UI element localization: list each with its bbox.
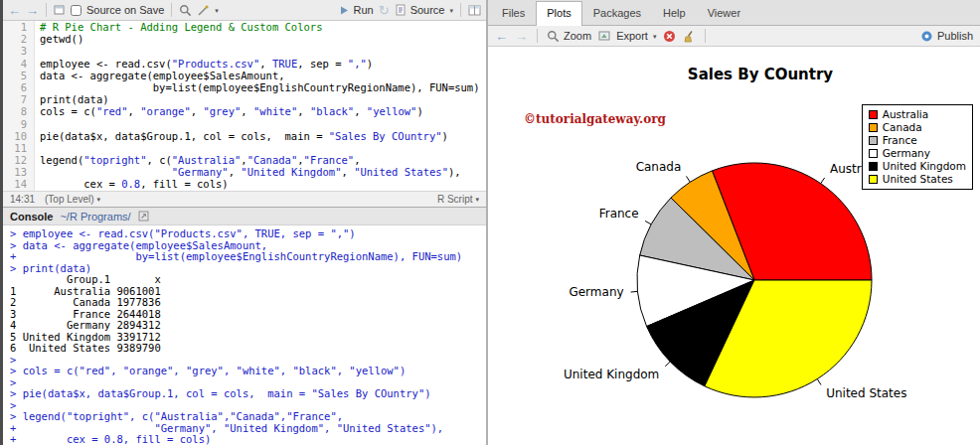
publish-button[interactable]: Publish xyxy=(920,30,973,43)
legend-label: France xyxy=(883,135,917,146)
previous-plot-icon[interactable]: ← xyxy=(495,30,508,43)
source-editor[interactable]: 1# R Pie Chart - Adding Legend & Custom … xyxy=(3,21,486,191)
toolbar-separator xyxy=(171,3,172,17)
legend-entry: United States xyxy=(869,174,966,185)
legend-swatch xyxy=(869,123,878,132)
editor-line[interactable]: 3 xyxy=(3,45,486,57)
editor-line[interactable]: 5data <- aggregate(employee$SalesAmount, xyxy=(3,70,486,81)
forward-icon[interactable]: → xyxy=(26,4,39,17)
console-output[interactable]: > employee <- read.csv("Products.csv", T… xyxy=(3,225,486,445)
line-number: 8 xyxy=(3,105,35,117)
find-replace-icon[interactable] xyxy=(179,4,192,17)
line-number: 3 xyxy=(3,45,35,57)
zoom-label: Zoom xyxy=(564,30,591,42)
tab-packages[interactable]: Packages xyxy=(582,1,652,25)
console-line: > employee <- read.csv("Products.csv", T… xyxy=(10,228,486,240)
line-number: 10 xyxy=(3,130,35,142)
open-new-window-icon[interactable] xyxy=(54,4,66,16)
pie-label: Germany xyxy=(569,285,623,299)
console-tab[interactable]: Console xyxy=(10,211,53,222)
export-button[interactable]: Export ▾ xyxy=(598,30,656,42)
editor-line[interactable]: 1# R Pie Chart - Adding Legend & Custom … xyxy=(3,21,486,33)
back-icon[interactable]: ← xyxy=(8,4,21,17)
line-number: 4 xyxy=(3,58,35,70)
code-text: by=list(employee$EnglishCountryRegionNam… xyxy=(35,81,480,93)
line-number: 7 xyxy=(3,93,35,105)
scope-selector[interactable]: (Top Level) ▾ xyxy=(45,194,100,205)
run-label: Run xyxy=(354,4,374,16)
code-text xyxy=(35,45,40,57)
pane-layout-icon[interactable] xyxy=(468,5,481,16)
publish-icon xyxy=(920,30,933,43)
console-line: > pie(data$x, data$Group.1, col = cols, … xyxy=(10,388,486,400)
code-text: pie(data$x, data$Group.1, col = cols, ma… xyxy=(35,130,448,142)
pie-label-tick xyxy=(821,178,825,184)
editor-line[interactable]: 10pie(data$x, data$Group.1, col = cols, … xyxy=(3,130,486,142)
pie-label: United Kingdom xyxy=(564,368,659,381)
rerun-icon[interactable]: ↻ xyxy=(379,4,390,17)
code-tools-button[interactable]: ▾ xyxy=(197,4,219,17)
legend-entry: Australia xyxy=(869,109,966,120)
magic-wand-icon xyxy=(197,4,210,17)
tab-plots[interactable]: Plots xyxy=(536,1,581,26)
pie-label-tick xyxy=(817,379,821,385)
pie-label: France xyxy=(599,207,639,221)
editor-line[interactable]: 7print(data) xyxy=(3,93,486,105)
editor-line[interactable]: 8cols = c("red", "orange", "grey", "whit… xyxy=(3,105,486,117)
editor-line[interactable]: 4employee <- read.csv("Products.csv", TR… xyxy=(3,58,486,70)
console-popout-icon[interactable] xyxy=(138,211,149,222)
legend-entry: France xyxy=(869,135,966,146)
zoom-button[interactable]: Zoom xyxy=(547,30,591,43)
clear-plots-icon[interactable] xyxy=(683,30,696,43)
console-line: 6 United States 9389790 xyxy=(10,343,486,355)
source-label: Source xyxy=(410,4,445,16)
console-line: + by=list(employee$EnglishCountryRegionN… xyxy=(10,251,486,263)
line-number: 14 xyxy=(3,178,35,190)
zoom-icon xyxy=(547,30,560,43)
caret-down-icon: ▾ xyxy=(449,7,453,14)
remove-plot-icon[interactable] xyxy=(663,30,676,43)
source-file-icon xyxy=(395,4,407,16)
line-number: 6 xyxy=(3,81,35,93)
caret-down-icon: ▾ xyxy=(475,196,479,203)
line-number: 2 xyxy=(3,33,35,45)
editor-line[interactable]: 9 xyxy=(3,118,486,130)
source-on-save-checkbox[interactable] xyxy=(71,5,82,16)
pie-label-tick xyxy=(645,222,651,224)
source-console-column: ← → Source on Save ▾ Run ↻ Source ▾ xyxy=(3,0,486,445)
source-on-save-label: Source on Save xyxy=(86,4,164,16)
code-text: employee <- read.csv("Products.csv", TRU… xyxy=(35,58,373,70)
editor-line[interactable]: 2getwd() xyxy=(3,33,486,45)
code-text: "Germany", "United Kingdom", "United Sta… xyxy=(35,166,461,178)
line-number: 12 xyxy=(3,154,35,166)
export-icon xyxy=(598,30,612,42)
run-button[interactable]: Run xyxy=(339,4,374,16)
editor-line[interactable]: 13 "Germany", "United Kingdom", "United … xyxy=(3,166,486,178)
legend-entry: Canada xyxy=(869,122,966,133)
tab-viewer[interactable]: Viewer xyxy=(697,1,751,25)
code-text: data <- aggregate(employee$SalesAmount, xyxy=(35,70,285,81)
line-number: 13 xyxy=(3,166,35,178)
pie-label: Canada xyxy=(636,160,682,174)
legend-label: United States xyxy=(883,174,953,185)
editor-line[interactable]: 14 cex = 0.8, fill = cols) xyxy=(3,178,486,190)
caret-down-icon: ▾ xyxy=(97,196,101,203)
editor-line[interactable]: 6 by=list(employee$EnglishCountryRegionN… xyxy=(3,81,486,93)
source-button[interactable]: Source ▾ xyxy=(395,4,453,16)
file-type-selector[interactable]: R Script ▾ xyxy=(437,194,479,205)
console-line: 4 Germany 2894312 xyxy=(10,320,486,332)
code-text: cols = c("red", "orange", "grey", "white… xyxy=(35,105,423,117)
tab-help[interactable]: Help xyxy=(652,1,697,25)
caret-down-icon: ▾ xyxy=(215,7,219,14)
legend-label: Australia xyxy=(883,109,928,120)
legend-entry: Germany xyxy=(869,148,966,159)
editor-line[interactable]: 11 xyxy=(3,142,486,154)
tab-files[interactable]: Files xyxy=(491,1,536,25)
line-number: 11 xyxy=(3,142,35,154)
code-text xyxy=(35,118,40,130)
toolbar-separator xyxy=(46,3,47,17)
editor-line[interactable]: 12legend("topright", c("Australia","Cana… xyxy=(3,154,486,166)
plots-pane: Files Plots Packages Help Viewer ← → Zoo… xyxy=(488,0,980,445)
code-text: cex = 0.8, fill = cols) xyxy=(35,178,229,190)
next-plot-icon[interactable]: → xyxy=(515,30,528,43)
